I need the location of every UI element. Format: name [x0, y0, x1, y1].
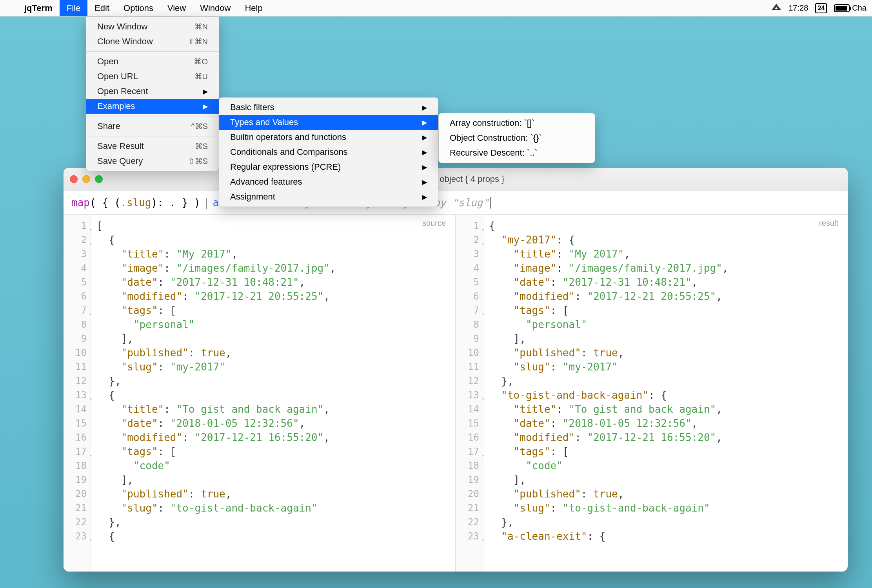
query-token: .slug — [120, 197, 151, 209]
calendar-icon[interactable]: 24 — [815, 3, 827, 13]
menu-file[interactable]: File — [60, 0, 87, 16]
file-menu-item[interactable]: Open Recent▶ — [86, 84, 219, 99]
examples-menu-item[interactable]: Regular expressions (PCRE)▶ — [219, 160, 438, 174]
traffic-lights — [70, 175, 103, 183]
query-token: ): . } ) — [151, 197, 200, 209]
source-label: source — [422, 219, 446, 228]
jqterm-window: object { 4 props } map( { (.slug): . } )… — [64, 168, 848, 572]
menubar-clock[interactable]: 17:28 — [788, 4, 808, 13]
minimize-button[interactable] — [82, 175, 90, 183]
file-menu-item[interactable]: Share^⌘S — [86, 119, 219, 134]
examples-menu-item[interactable]: Advanced features▶ — [219, 174, 438, 189]
menu-edit[interactable]: Edit — [87, 0, 116, 16]
menu-window[interactable]: Window — [193, 0, 238, 16]
vpn-icon[interactable] — [771, 2, 781, 14]
text-cursor — [490, 197, 490, 209]
battery-icon — [834, 4, 850, 12]
examples-menu-item[interactable]: Assignment▶ — [219, 189, 438, 204]
window-title: object { 4 props } — [103, 174, 841, 184]
menu-help[interactable]: Help — [238, 0, 269, 16]
file-menu-item[interactable]: Save Query⇧⌘S — [86, 154, 219, 169]
result-code[interactable]: { "my-2017": { "title": "My 2017", "imag… — [483, 215, 848, 572]
file-menu-item[interactable]: New Window⌘N — [86, 19, 219, 34]
battery-text: Cha — [852, 4, 867, 13]
types-menu-item[interactable]: Object Construction: `{}` — [439, 131, 595, 145]
app-name-menu[interactable]: jqTerm — [17, 0, 60, 16]
examples-menu-item[interactable]: Conditionals and Comparisons▶ — [219, 145, 438, 160]
types-and-values-submenu: Array construction: `[]`Object Construct… — [438, 113, 595, 163]
close-button[interactable] — [70, 175, 78, 183]
jq-query-input[interactable]: map( { (.slug): . } ) | add # turn array… — [64, 191, 848, 215]
examples-menu-item[interactable]: Builtin operators and functions▶ — [219, 130, 438, 145]
macos-menubar: jqTerm File Edit Options View Window Hel… — [0, 0, 872, 16]
menu-view[interactable]: View — [160, 0, 193, 16]
result-gutter: 1234567891011121314151617181920212223 — [456, 215, 483, 572]
editor-panels: 1234567891011121314151617181920212223 [ … — [64, 215, 848, 572]
result-label: result — [819, 219, 838, 228]
query-token: map — [71, 197, 90, 209]
file-menu-item[interactable]: Open⌘O — [86, 54, 219, 69]
examples-menu-item[interactable]: Types and Values▶ — [219, 115, 438, 130]
examples-menu-item[interactable]: Basic filters▶ — [219, 100, 438, 115]
file-menu-item[interactable]: Examples▶ — [86, 99, 219, 114]
source-gutter: 1234567891011121314151617181920212223 — [64, 215, 91, 572]
zoom-button[interactable] — [95, 175, 103, 183]
file-menu-item[interactable]: Open URL⌘U — [86, 69, 219, 84]
query-token: ( { ( — [90, 197, 120, 209]
types-menu-item[interactable]: Recursive Descent: `..` — [439, 145, 595, 160]
menu-options[interactable]: Options — [116, 0, 160, 16]
query-token: | — [200, 197, 213, 209]
file-dropdown: New Window⌘NClone Window⇧⌘NOpen⌘OOpen UR… — [86, 16, 219, 171]
result-panel: 1234567891011121314151617181920212223 { … — [456, 215, 848, 572]
source-code[interactable]: [ { "title": "My 2017", "image": "/image… — [91, 215, 455, 572]
file-menu-item[interactable]: Clone Window⇧⌘N — [86, 34, 219, 49]
types-menu-item[interactable]: Array construction: `[]` — [439, 116, 595, 131]
source-panel: 1234567891011121314151617181920212223 [ … — [64, 215, 456, 572]
battery-status[interactable]: Cha — [834, 4, 867, 13]
file-menu-item[interactable]: Save Result⌘S — [86, 139, 219, 154]
examples-submenu: Basic filters▶Types and Values▶Builtin o… — [219, 97, 438, 207]
